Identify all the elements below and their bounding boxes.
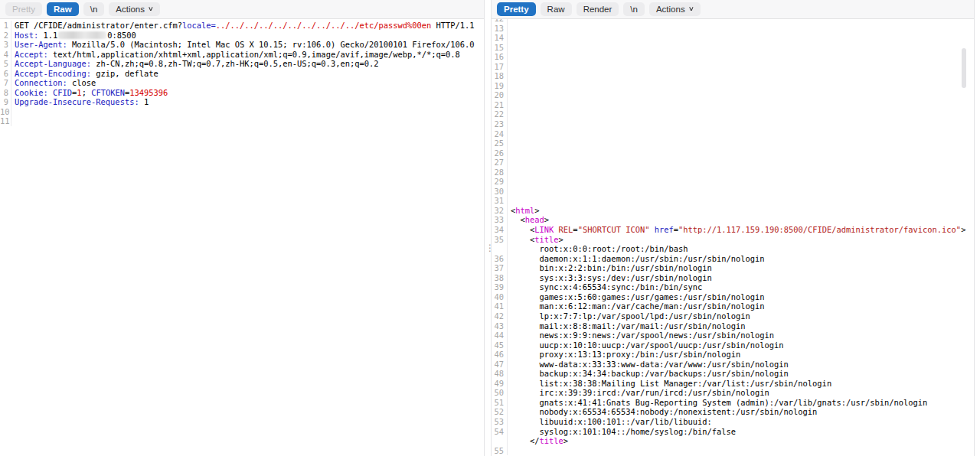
line-code [508,196,515,206]
response-line: 22 [492,109,974,119]
request-line: 6Accept-Encoding: gzip, deflate [0,69,484,79]
request-line: 5Accept-Language: zh-CN,zh;q=0.8,zh-TW;q… [0,59,484,69]
tab-actions[interactable]: Actions∨ [109,2,160,16]
response-lines: 12 13 14 15 16 17 18 19 20 21 22 23 24 2… [492,19,974,455]
line-code [508,81,515,91]
response-line: 39 sync:x:4:65534:sync:/bin:/bin/sync [492,282,974,292]
line-number: 15 [492,43,508,53]
tab-raw[interactable]: Raw [47,2,79,16]
tab-raw[interactable]: Raw [541,2,572,16]
line-number [492,436,508,446]
response-line: 14 [492,33,974,43]
response-scrollbar-thumb[interactable] [962,48,966,88]
line-number: 9 [0,97,11,107]
drag-handle-icon: ⋮ [485,243,495,253]
line-number: 40 [492,292,508,302]
line-code [508,33,515,43]
response-line: 31 [492,196,974,206]
response-editor-pane: PrettyRawRender\nActions∨ 12 13 14 15 16… [491,0,975,456]
line-code [11,107,19,117]
line-number: 19 [492,81,508,91]
line-code: mail:x:8:8:mail:/var/mail:/usr/sbin/nolo… [508,321,746,331]
tab-render[interactable]: Render [577,2,619,16]
line-number: 22 [492,109,508,119]
line-number: 54 [492,427,508,437]
tab-pretty[interactable]: Pretty [5,2,42,16]
request-content[interactable]: 1GET /CFIDE/administrator/enter.cfm?loca… [0,19,484,456]
line-number: 31 [492,196,508,206]
line-code: proxy:x:13:13:proxy:/bin:/usr/sbin/nolog… [508,350,740,360]
request-tabbar: PrettyRaw\nActions∨ [0,0,484,19]
line-number: 5 [0,59,11,69]
line-code: uucp:x:10:10:uucp:/var/spool/uucp:/usr/s… [508,340,784,350]
line-code: sys:x:3:3:sys:/dev:/usr/sbin/nologin [508,273,712,283]
line-code [508,119,515,129]
line-number: 38 [492,273,508,283]
line-number: 6 [0,69,11,79]
tab-newline[interactable]: \n [623,2,645,16]
line-code: daemon:x:1:1:daemon:/usr/sbin:/usr/sbin/… [508,254,765,264]
line-number: 47 [492,360,508,370]
line-number: 30 [492,187,508,197]
response-line: 27 [492,158,974,168]
line-code: Accept-Language: zh-CN,zh;q=0.8,zh-TW;q=… [11,59,378,69]
chevron-down-icon: ∨ [148,6,154,12]
line-code: lp:x:7:7:lp:/var/spool/lpd:/usr/sbin/nol… [508,311,750,321]
response-line: 18 [492,71,974,81]
line-code [508,187,515,197]
line-number: 10 [0,107,11,117]
line-code: man:x:6:12:man:/var/cache/man:/usr/sbin/… [508,301,765,311]
response-line: root:x:0:0:root:/root:/bin/bash [492,244,974,254]
tab-newline[interactable]: \n [83,2,105,16]
line-code [508,129,515,139]
line-number: 18 [492,71,508,81]
line-code [11,116,19,126]
line-code: backup:x:34:34:backup:/var/backups:/usr/… [508,369,789,379]
tab-actions[interactable]: Actions∨ [649,2,701,16]
request-line: 2Host: 1.10:8500 [0,31,484,41]
line-code [508,62,515,72]
line-number: 55 [492,446,508,456]
line-code: <head> [508,215,549,225]
line-number: 13 [492,24,508,34]
line-number: 37 [492,263,508,273]
tab-label: Pretty [504,5,529,14]
request-line: 7Connection: close [0,78,484,88]
line-code [508,446,515,456]
line-number: 32 [492,206,508,216]
line-number: 27 [492,158,508,168]
response-content[interactable]: 12 13 14 15 16 17 18 19 20 21 22 23 24 2… [492,19,974,456]
line-code: Upgrade-Insecure-Requests: 1 [11,97,149,107]
line-number: 8 [0,88,11,98]
line-number: 51 [492,398,508,408]
chevron-down-icon: ∨ [688,6,694,12]
response-line: 40 games:x:5:60:games:/usr/games:/usr/sb… [492,292,974,302]
line-number: 46 [492,350,508,360]
line-code: <title> [508,235,564,245]
line-number: 49 [492,379,508,389]
response-line: 42 lp:x:7:7:lp:/var/spool/lpd:/usr/sbin/… [492,311,974,321]
line-number: 26 [492,148,508,158]
pane-splitter-handle[interactable]: ⋮ [483,239,497,256]
response-line: 53 libuuid:x:100:101::/var/lib/libuuid: [492,417,974,427]
line-number: 23 [492,119,508,129]
line-number: 41 [492,301,508,311]
request-editor-pane: PrettyRaw\nActions∨ 1GET /CFIDE/administ… [0,0,485,456]
response-line: 33 <head> [492,215,974,225]
response-line: 44 news:x:9:9:news:/var/spool/news:/usr/… [492,331,974,340]
request-line: 4Accept: text/html,application/xhtml+xml… [0,50,484,60]
tab-pretty[interactable]: Pretty [497,2,536,16]
line-code: sync:x:4:65534:sync:/bin:/bin/sync [508,282,702,292]
response-line: 38 sys:x:3:3:sys:/dev:/usr/sbin/nologin [492,273,974,283]
line-code: news:x:9:9:news:/var/spool/news:/usr/sbi… [508,331,774,340]
response-line: 35 <title> [492,235,974,245]
line-number: 11 [0,116,11,126]
tab-label: Pretty [12,5,35,14]
line-number: 29 [492,177,508,187]
line-code: root:x:0:0:root:/root:/bin/bash [508,244,688,254]
line-code: irc:x:39:39:ircd:/var/run/ircd:/usr/sbin… [508,388,769,398]
line-code [508,24,515,34]
line-code: gnats:x:41:41:Gnats Bug-Reporting System… [508,398,927,408]
line-number: 39 [492,282,508,292]
line-code [508,158,515,168]
